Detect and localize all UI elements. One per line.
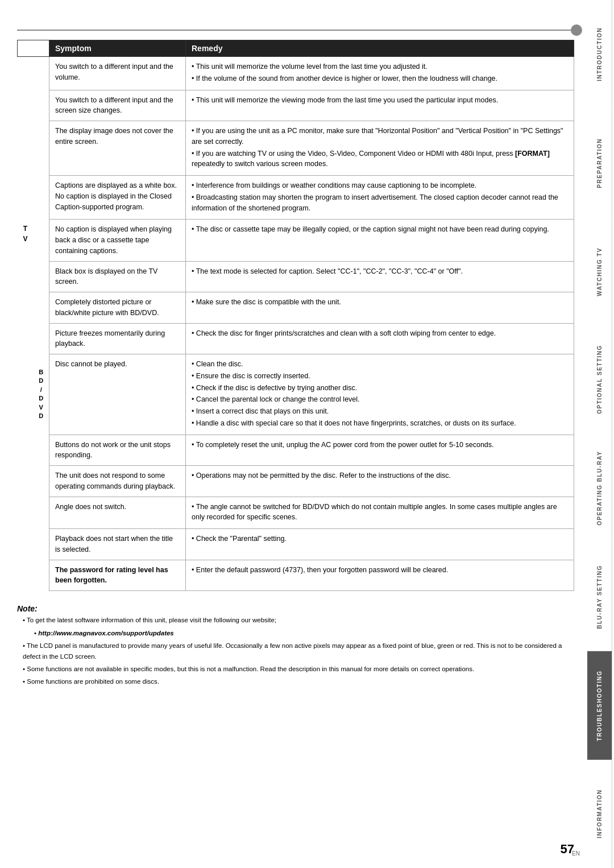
tv-label-cell: TV [18, 176, 34, 292]
table-row: Playback does not start when the title i… [18, 529, 574, 560]
row-label-1 [34, 57, 49, 90]
row-label-3 [34, 121, 49, 176]
sidebar-tab-troubleshooting: TROUBLESHOOTING [587, 651, 612, 760]
sidebar-tab-information: INFORMATION [587, 759, 612, 868]
remedy-7: Make sure the disc is compatible with th… [186, 292, 574, 324]
table-row: You switch to a different input and the … [18, 57, 574, 90]
troubleshooting-table: Symptom Remedy You switch to a different… [17, 40, 574, 591]
row-label-5 [34, 220, 49, 261]
row-label-12 [34, 497, 49, 529]
symptom-3: The display image does not cover the ent… [49, 121, 186, 176]
row-label-4 [34, 176, 49, 220]
symptom-1: You switch to a different input and the … [49, 57, 186, 90]
table-row: No caption is displayed when playing bac… [18, 220, 574, 261]
note-section: Note: To get the latest software informa… [17, 602, 574, 687]
table-row: Angle does not switch. The angle cannot … [18, 497, 574, 529]
note-item-1: To get the latest software information o… [23, 615, 574, 625]
remedy-10: To completely reset the unit, unplug the… [186, 435, 574, 466]
bddvd-label-cell [18, 292, 34, 591]
note-list: To get the latest software information o… [17, 615, 574, 687]
remedy-4: Interference from buildings or weather c… [186, 176, 574, 220]
symptom-5: No caption is displayed when playing bac… [49, 220, 186, 261]
row-label-7 [34, 292, 49, 324]
table-row: TV Captions are displayed as a white box… [18, 176, 574, 220]
row-label-2 [34, 90, 49, 121]
sidebar-tab-introduction: INTRODUCTION [587, 0, 612, 109]
symptom-9: Disc cannot be played. [49, 354, 186, 435]
symptom-10: Buttons do not work or the unit stops re… [49, 435, 186, 466]
page-lang: EN [572, 850, 580, 857]
remedy-5: The disc or cassette tape may be illegal… [186, 220, 574, 261]
remedy-3: If you are using the unit as a PC monito… [186, 121, 574, 176]
sidebar-tab-operating-bluray: OPERATING BLU-RAY [587, 434, 612, 543]
row-label-6 [34, 261, 49, 292]
remedy-13: Check the "Parental" setting. [186, 529, 574, 560]
remedy-8: Check the disc for finger prints/scratch… [186, 323, 574, 354]
note-item-3: The LCD panel is manufactured to provide… [23, 640, 574, 662]
table-row: Completely distorted picture or black/wh… [18, 292, 574, 324]
remedy-14: Enter the default password (4737), then … [186, 560, 574, 591]
table-row: Black box is displayed on the TV screen.… [18, 261, 574, 292]
row-label-10 [34, 435, 49, 466]
symptom-12: Angle does not switch. [49, 497, 186, 529]
note-item-5: Some functions are prohibited on some di… [23, 676, 574, 687]
note-link: http://www.magnavox.com/support/updates [38, 630, 174, 636]
symptom-13: Playback does not start when the title i… [49, 529, 186, 560]
main-content: Symptom Remedy You switch to a different… [17, 40, 580, 687]
row-label-9: BD/DVD [34, 354, 49, 435]
tv-section-label [18, 57, 34, 176]
symptom-8: Picture freezes momentarily during playb… [49, 323, 186, 354]
remedy-header: Remedy [186, 40, 574, 57]
note-item-2: http://www.magnavox.com/support/updates [23, 628, 574, 638]
row-label-14 [34, 560, 49, 591]
symptom-header: Symptom [49, 40, 186, 57]
top-line [17, 30, 580, 31]
table-row: Buttons do not work or the unit stops re… [18, 435, 574, 466]
sidebar-tab-bluray-setting: BLU-RAY SETTING [587, 543, 612, 651]
symptom-14: The password for rating level has been f… [49, 560, 186, 591]
table-row: BD/DVD Disc cannot be played. Clean the … [18, 354, 574, 435]
row-label-13 [34, 529, 49, 560]
note-title: Note: [17, 604, 38, 613]
symptom-4: Captions are displayed as a white box.No… [49, 176, 186, 220]
table-row: The unit does not respond to some operat… [18, 466, 574, 497]
remedy-1: This unit will memorize the volume level… [186, 57, 574, 90]
remedy-2: This unit will memorize the viewing mode… [186, 90, 574, 121]
remedy-12: The angle cannot be switched for BD/DVD … [186, 497, 574, 529]
remedy-6: The text mode is selected for caption. S… [186, 261, 574, 292]
sidebar-tab-watching-tv: WATCHING TV [587, 217, 612, 326]
sidebar-tab-preparation: PREPARATION [587, 109, 612, 217]
remedy-9: Clean the disc. Ensure the disc is corre… [186, 354, 574, 435]
row-label-11 [34, 466, 49, 497]
symptom-7: Completely distorted picture or black/wh… [49, 292, 186, 324]
table-row: Picture freezes momentarily during playb… [18, 323, 574, 354]
sidebar-tab-optional-setting: OPTIONAL SETTING [587, 325, 612, 434]
right-sidebar: INTRODUCTION PREPARATION WATCHING TV OPT… [586, 0, 614, 868]
remedy-11: Operations may not be permitted by the d… [186, 466, 574, 497]
row-label-8 [34, 323, 49, 354]
note-item-4: Some functions are not available in spec… [23, 664, 574, 674]
symptom-2: You switch to a different input and the … [49, 90, 186, 121]
table-row: The password for rating level has been f… [18, 560, 574, 591]
table-row: You switch to a different input and the … [18, 90, 574, 121]
symptom-6: Black box is displayed on the TV screen. [49, 261, 186, 292]
top-circle [571, 24, 582, 36]
symptom-11: The unit does not respond to some operat… [49, 466, 186, 497]
table-row: The display image does not cover the ent… [18, 121, 574, 176]
